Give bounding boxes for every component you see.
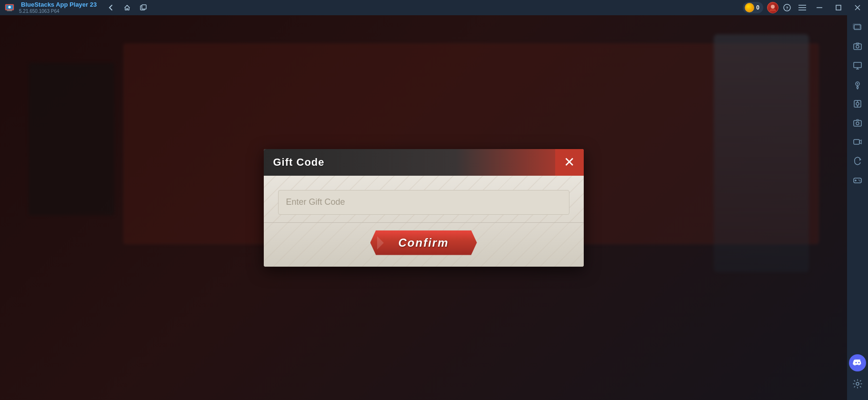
svg-rect-5	[142, 5, 146, 9]
svg-text:?: ?	[786, 6, 788, 10]
modal-overlay: Gift Code ✕ Confirm	[0, 15, 847, 400]
app-version: 5.21.650.1063 P64	[19, 9, 97, 14]
close-icon: ✕	[564, 156, 575, 169]
sidebar-rotate-button[interactable]	[849, 152, 866, 170]
coin-icon	[745, 3, 754, 12]
sidebar-screenshot-button[interactable]	[849, 38, 866, 55]
svg-rect-30	[854, 120, 861, 126]
sidebar-camera-button[interactable]	[849, 114, 866, 131]
svg-rect-13	[836, 5, 841, 10]
svg-point-37	[858, 180, 859, 180]
svg-rect-32	[854, 140, 859, 144]
confirm-button[interactable]: Confirm	[370, 230, 477, 255]
minimize-button[interactable]	[811, 0, 828, 15]
maximize-button[interactable]	[830, 0, 847, 15]
sidebar-record-button[interactable]	[849, 133, 866, 150]
svg-point-31	[856, 122, 859, 125]
coin-badge[interactable]: 0	[743, 2, 763, 13]
titlebar-nav	[104, 1, 150, 14]
home-button[interactable]	[120, 1, 134, 14]
close-window-button[interactable]	[849, 0, 866, 15]
svg-point-19	[856, 45, 859, 48]
sidebar-layers-button[interactable]	[849, 19, 866, 36]
svg-point-38	[859, 180, 860, 181]
back-button[interactable]	[104, 1, 118, 14]
gift-code-input[interactable]	[278, 190, 569, 215]
sidebar-display-button[interactable]	[849, 57, 866, 74]
svg-rect-2	[7, 10, 12, 11]
modal-body	[264, 176, 584, 222]
right-sidebar	[847, 15, 868, 400]
modal-title: Gift Code	[273, 156, 325, 169]
svg-point-25	[857, 83, 858, 85]
svg-rect-21	[854, 62, 861, 68]
game-area: Gift Code ✕ Confirm	[0, 15, 847, 400]
app-logo	[2, 0, 17, 15]
discord-button[interactable]	[849, 354, 866, 371]
confirm-label: Confirm	[399, 236, 449, 250]
svg-point-39	[856, 382, 859, 385]
help-button[interactable]: ?	[780, 1, 794, 14]
svg-point-27	[856, 102, 859, 105]
sidebar-macro-button[interactable]	[849, 95, 866, 112]
svg-point-6	[771, 5, 775, 9]
coin-count: 0	[756, 4, 759, 11]
sidebar-settings-button[interactable]	[849, 375, 866, 392]
titlebar: BlueStacks App Player 23 5.21.650.1063 P…	[0, 0, 868, 15]
svg-rect-18	[854, 44, 861, 50]
modal-footer: Confirm	[264, 222, 584, 267]
sidebar-location-button[interactable]	[849, 76, 866, 93]
menu-button[interactable]	[796, 1, 809, 14]
modal-close-button[interactable]: ✕	[555, 149, 584, 176]
gift-code-modal: Gift Code ✕ Confirm	[264, 149, 584, 267]
modal-header: Gift Code ✕	[264, 149, 584, 176]
sidebar-gamepad-button[interactable]	[849, 171, 866, 189]
titlebar-right: 0 ?	[743, 0, 868, 15]
avatar[interactable]	[767, 2, 778, 13]
app-name: BlueStacks App Player 23	[21, 1, 97, 8]
svg-point-3	[8, 6, 11, 8]
copy-window-button[interactable]	[137, 1, 150, 14]
svg-marker-33	[859, 158, 861, 161]
